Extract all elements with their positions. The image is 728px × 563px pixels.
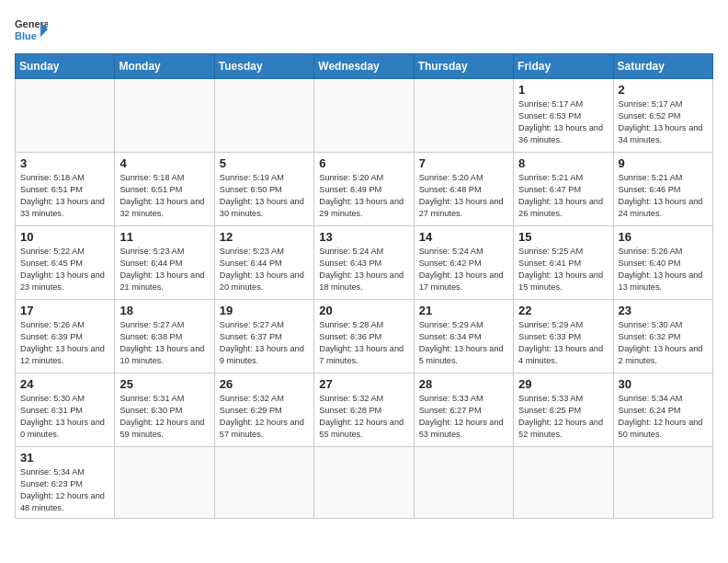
calendar-cell: 16Sunrise: 5:26 AM Sunset: 6:40 PM Dayli… [613, 226, 712, 300]
calendar-cell: 3Sunrise: 5:18 AM Sunset: 6:51 PM Daylig… [16, 153, 115, 226]
day-info: Sunrise: 5:17 AM Sunset: 6:53 PM Dayligh… [518, 98, 608, 146]
calendar-week-row: 31Sunrise: 5:34 AM Sunset: 6:23 PM Dayli… [16, 447, 713, 519]
calendar-cell: 1Sunrise: 5:17 AM Sunset: 6:53 PM Daylig… [514, 79, 613, 153]
calendar-cell: 31Sunrise: 5:34 AM Sunset: 6:23 PM Dayli… [16, 447, 115, 519]
day-info: Sunrise: 5:20 AM Sunset: 6:49 PM Dayligh… [319, 172, 408, 220]
calendar-cell: 9Sunrise: 5:21 AM Sunset: 6:46 PM Daylig… [613, 153, 712, 226]
calendar-week-row: 10Sunrise: 5:22 AM Sunset: 6:45 PM Dayli… [16, 226, 713, 300]
day-number: 14 [419, 230, 508, 244]
day-number: 20 [319, 304, 408, 317]
calendar-cell [514, 447, 613, 519]
generalblue-logo-icon: General Blue [15, 15, 48, 44]
day-info: Sunrise: 5:21 AM Sunset: 6:47 PM Dayligh… [518, 172, 608, 220]
calendar-cell [115, 447, 214, 519]
calendar-cell: 19Sunrise: 5:27 AM Sunset: 6:37 PM Dayli… [214, 300, 313, 373]
day-number: 9 [619, 156, 708, 170]
calendar-cell: 8Sunrise: 5:21 AM Sunset: 6:47 PM Daylig… [514, 153, 613, 226]
calendar-cell: 18Sunrise: 5:27 AM Sunset: 6:38 PM Dayli… [115, 300, 214, 373]
day-info: Sunrise: 5:33 AM Sunset: 6:25 PM Dayligh… [518, 393, 608, 441]
day-number: 13 [319, 230, 408, 244]
day-info: Sunrise: 5:20 AM Sunset: 6:48 PM Dayligh… [419, 172, 508, 220]
weekday-header-saturday: Saturday [613, 54, 712, 79]
calendar-cell: 17Sunrise: 5:26 AM Sunset: 6:39 PM Dayli… [16, 300, 115, 373]
day-info: Sunrise: 5:25 AM Sunset: 6:41 PM Dayligh… [518, 246, 608, 293]
calendar-cell: 23Sunrise: 5:30 AM Sunset: 6:32 PM Dayli… [613, 300, 712, 373]
day-number: 19 [220, 304, 309, 317]
day-number: 3 [20, 156, 109, 170]
day-number: 11 [119, 230, 209, 244]
calendar-cell: 11Sunrise: 5:23 AM Sunset: 6:44 PM Dayli… [115, 226, 214, 300]
day-number: 10 [20, 230, 109, 244]
calendar-cell [613, 447, 712, 519]
calendar-cell: 5Sunrise: 5:19 AM Sunset: 6:50 PM Daylig… [214, 153, 313, 226]
calendar-cell: 24Sunrise: 5:30 AM Sunset: 6:31 PM Dayli… [16, 373, 115, 447]
day-info: Sunrise: 5:23 AM Sunset: 6:44 PM Dayligh… [119, 246, 209, 293]
day-number: 16 [619, 230, 708, 244]
calendar-cell [414, 79, 513, 153]
calendar-cell [16, 79, 115, 153]
calendar-cell: 12Sunrise: 5:23 AM Sunset: 6:44 PM Dayli… [214, 226, 313, 300]
weekday-header-row: SundayMondayTuesdayWednesdayThursdayFrid… [16, 54, 713, 79]
calendar-cell: 14Sunrise: 5:24 AM Sunset: 6:42 PM Dayli… [414, 226, 513, 300]
day-info: Sunrise: 5:27 AM Sunset: 6:37 PM Dayligh… [220, 319, 309, 367]
day-number: 18 [119, 304, 209, 317]
calendar-cell: 21Sunrise: 5:29 AM Sunset: 6:34 PM Dayli… [414, 300, 513, 373]
day-number: 17 [20, 304, 109, 317]
day-number: 29 [518, 377, 608, 391]
calendar-cell: 20Sunrise: 5:28 AM Sunset: 6:36 PM Dayli… [314, 300, 414, 373]
day-info: Sunrise: 5:19 AM Sunset: 6:50 PM Dayligh… [220, 172, 309, 220]
calendar-cell: 30Sunrise: 5:34 AM Sunset: 6:24 PM Dayli… [613, 373, 712, 447]
day-info: Sunrise: 5:23 AM Sunset: 6:44 PM Dayligh… [220, 246, 309, 293]
day-info: Sunrise: 5:27 AM Sunset: 6:38 PM Dayligh… [119, 319, 209, 367]
day-number: 25 [119, 377, 209, 391]
day-info: Sunrise: 5:18 AM Sunset: 6:51 PM Dayligh… [20, 172, 109, 220]
calendar-cell [314, 79, 414, 153]
day-info: Sunrise: 5:32 AM Sunset: 6:28 PM Dayligh… [319, 393, 408, 441]
day-number: 5 [220, 156, 309, 170]
day-number: 4 [119, 156, 209, 170]
calendar-cell [314, 447, 414, 519]
day-info: Sunrise: 5:32 AM Sunset: 6:29 PM Dayligh… [220, 393, 309, 441]
day-number: 31 [20, 451, 109, 465]
calendar-cell: 22Sunrise: 5:29 AM Sunset: 6:33 PM Dayli… [514, 300, 613, 373]
day-number: 7 [419, 156, 508, 170]
calendar-cell [214, 447, 313, 519]
weekday-header-tuesday: Tuesday [214, 54, 313, 79]
calendar-cell: 4Sunrise: 5:18 AM Sunset: 6:51 PM Daylig… [115, 153, 214, 226]
calendar-cell: 2Sunrise: 5:17 AM Sunset: 6:52 PM Daylig… [613, 79, 712, 153]
day-info: Sunrise: 5:24 AM Sunset: 6:43 PM Dayligh… [319, 246, 408, 293]
day-info: Sunrise: 5:34 AM Sunset: 6:24 PM Dayligh… [619, 393, 708, 441]
day-info: Sunrise: 5:28 AM Sunset: 6:36 PM Dayligh… [319, 319, 408, 367]
svg-text:Blue: Blue [15, 30, 37, 41]
day-number: 30 [619, 377, 708, 391]
calendar-cell: 15Sunrise: 5:25 AM Sunset: 6:41 PM Dayli… [514, 226, 613, 300]
calendar-cell: 13Sunrise: 5:24 AM Sunset: 6:43 PM Dayli… [314, 226, 414, 300]
weekday-header-wednesday: Wednesday [314, 54, 414, 79]
calendar-cell: 26Sunrise: 5:32 AM Sunset: 6:29 PM Dayli… [214, 373, 313, 447]
calendar-cell: 25Sunrise: 5:31 AM Sunset: 6:30 PM Dayli… [115, 373, 214, 447]
calendar-cell: 10Sunrise: 5:22 AM Sunset: 6:45 PM Dayli… [16, 226, 115, 300]
day-info: Sunrise: 5:29 AM Sunset: 6:33 PM Dayligh… [518, 319, 608, 367]
day-number: 23 [619, 304, 708, 317]
calendar-week-row: 3Sunrise: 5:18 AM Sunset: 6:51 PM Daylig… [16, 153, 713, 226]
calendar-cell: 27Sunrise: 5:32 AM Sunset: 6:28 PM Dayli… [314, 373, 414, 447]
day-number: 15 [518, 230, 608, 244]
calendar-cell [115, 79, 214, 153]
calendar-week-row: 24Sunrise: 5:30 AM Sunset: 6:31 PM Dayli… [16, 373, 713, 447]
day-info: Sunrise: 5:30 AM Sunset: 6:31 PM Dayligh… [20, 393, 109, 441]
day-info: Sunrise: 5:22 AM Sunset: 6:45 PM Dayligh… [20, 246, 109, 293]
day-number: 24 [20, 377, 109, 391]
weekday-header-thursday: Thursday [414, 54, 513, 79]
day-number: 8 [518, 156, 608, 170]
calendar-cell: 29Sunrise: 5:33 AM Sunset: 6:25 PM Dayli… [514, 373, 613, 447]
day-number: 26 [220, 377, 309, 391]
day-info: Sunrise: 5:34 AM Sunset: 6:23 PM Dayligh… [20, 466, 109, 514]
calendar-cell: 7Sunrise: 5:20 AM Sunset: 6:48 PM Daylig… [414, 153, 513, 226]
day-info: Sunrise: 5:18 AM Sunset: 6:51 PM Dayligh… [119, 172, 209, 220]
day-info: Sunrise: 5:17 AM Sunset: 6:52 PM Dayligh… [619, 98, 708, 146]
day-number: 12 [220, 230, 309, 244]
page-header: General Blue [15, 15, 713, 44]
day-info: Sunrise: 5:33 AM Sunset: 6:27 PM Dayligh… [419, 393, 508, 441]
day-info: Sunrise: 5:31 AM Sunset: 6:30 PM Dayligh… [119, 393, 209, 441]
logo: General Blue [15, 15, 48, 44]
